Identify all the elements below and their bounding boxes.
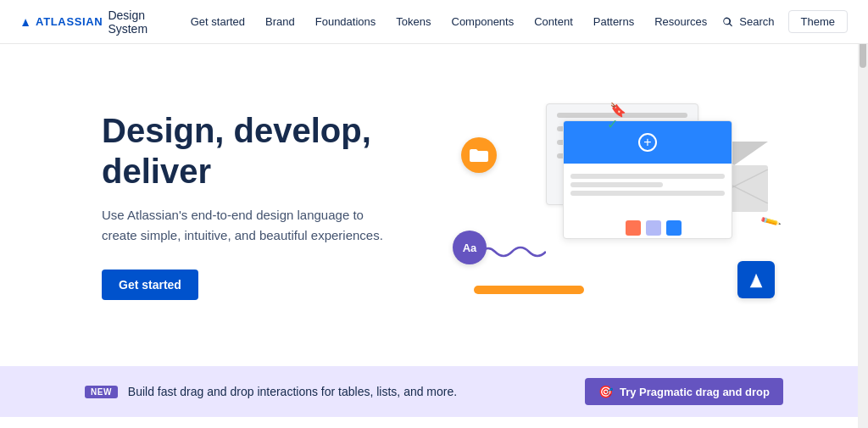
atlassian-logo-icon: [20, 14, 31, 30]
nav-get-started[interactable]: Get started: [182, 10, 253, 33]
nav-tokens[interactable]: Tokens: [387, 10, 439, 33]
banner-text: Build fast drag and drop interactions fo…: [128, 385, 457, 398]
hero-title: Design, develop, deliver: [102, 110, 427, 192]
color-swatch-orange: [626, 220, 641, 236]
product-name: Design System: [108, 8, 161, 36]
wave-icon: [478, 239, 546, 264]
illus-folder-badge: [461, 137, 497, 173]
nav-links: Get started Brand Foundations Tokens Com…: [182, 10, 716, 33]
search-icon: [722, 16, 734, 28]
hero-illustration: + 🔖 ✓ Aa: [427, 95, 783, 315]
cards-section: ✓ T Tokens Design tokens are the single …: [0, 417, 868, 428]
illus-plus-icon: +: [638, 133, 657, 152]
pencil-icon: ✏️: [760, 210, 782, 232]
color-swatch-purple: [646, 220, 661, 236]
nav-content[interactable]: Content: [526, 10, 581, 33]
drag-drop-icon: 🎯: [598, 385, 613, 398]
banner-cta-button[interactable]: 🎯 Try Pragmatic drag and drop: [585, 378, 783, 405]
logo[interactable]: ATLASSIAN Design System: [20, 8, 162, 36]
hero-cta-button[interactable]: Get started: [102, 270, 198, 300]
color-swatch-blue: [666, 220, 682, 236]
nav-resources[interactable]: Resources: [646, 10, 715, 33]
illus-progress-bar: [474, 286, 584, 294]
nav-patterns[interactable]: Patterns: [585, 10, 643, 33]
search-label: Search: [739, 15, 774, 28]
new-badge: NEW: [85, 386, 118, 398]
check-icon: ✓: [607, 116, 618, 132]
hero-section: Design, develop, deliver Use Atlassian's…: [0, 44, 868, 366]
nav-brand[interactable]: Brand: [257, 10, 303, 33]
brand-name: ATLASSIAN: [36, 15, 103, 28]
banner-left: NEW Build fast drag and drop interaction…: [85, 385, 457, 398]
banner-cta-label: Try Pragmatic drag and drop: [620, 386, 770, 398]
hero-subtitle: Use Atlassian's end-to-end design langua…: [102, 205, 390, 246]
scrollbar[interactable]: [858, 0, 868, 428]
folder-icon: [470, 147, 488, 163]
atlassian-badge-icon: [747, 270, 765, 289]
hero-content: Design, develop, deliver Use Atlassian's…: [102, 110, 427, 300]
search-button[interactable]: Search: [715, 12, 781, 31]
promo-banner: NEW Build fast drag and drop interaction…: [0, 366, 868, 417]
nav-foundations[interactable]: Foundations: [307, 10, 385, 33]
nav-right: Search Theme: [715, 10, 848, 33]
navbar: ATLASSIAN Design System Get started Bran…: [0, 0, 868, 44]
illus-color-swatches: [626, 220, 682, 236]
illus-atlassian-badge: [737, 261, 775, 298]
nav-components[interactable]: Components: [443, 10, 523, 33]
theme-button[interactable]: Theme: [788, 10, 848, 33]
